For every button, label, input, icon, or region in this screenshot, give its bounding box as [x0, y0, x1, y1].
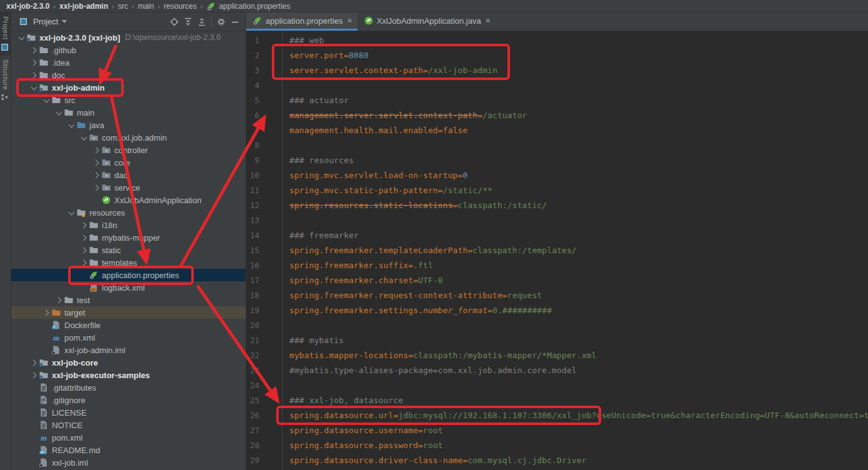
project-panel-title[interactable]: Project — [33, 17, 58, 26]
chevron-down-icon[interactable] — [62, 20, 67, 23]
code-line-5[interactable]: 5### actuator — [246, 92, 868, 108]
tree-item-pom.xml[interactable]: mpom.xml — [11, 331, 246, 344]
code-line-8[interactable]: 8 — [246, 138, 868, 152]
code-line-10[interactable]: 10spring.mvc.servlet.load-on-startup=0 — [246, 168, 868, 182]
code-line-6[interactable]: 6management.server.servlet.context-path=… — [246, 108, 868, 122]
tree-item-dao[interactable]: dao — [11, 169, 246, 181]
tree-item-xxl-job.iml[interactable]: xxl-job.iml — [11, 456, 246, 469]
tree-item-java[interactable]: java — [11, 119, 246, 131]
code-line-27[interactable]: 27spring.datasource.username=root — [246, 422, 868, 438]
chevron-right-icon[interactable] — [79, 258, 89, 268]
code-line-2[interactable]: 2server.port=8080 — [246, 48, 868, 62]
tree-item-service[interactable]: service — [11, 181, 246, 194]
code-line-15[interactable]: 15spring.freemarker.templateLoaderPath=c… — [246, 242, 868, 258]
tree-item-mybatis-mapper[interactable]: mybatis-mapper — [11, 231, 246, 244]
code-line-1[interactable]: 1### web — [246, 32, 868, 48]
code-line-24[interactable]: 24 — [246, 378, 868, 392]
tree-item-templates[interactable]: templates — [11, 256, 246, 269]
tree-item-xxl-job-admin.iml[interactable]: xxl-job-admin.iml — [11, 344, 246, 356]
chevron-right-icon[interactable] — [91, 158, 101, 168]
tree-item-core[interactable]: core — [11, 156, 246, 169]
chevron-down-icon[interactable] — [66, 208, 76, 218]
close-icon[interactable]: × — [486, 16, 491, 25]
chevron-right-icon[interactable] — [54, 295, 64, 305]
chevron-right-icon[interactable] — [79, 232, 89, 242]
tree-item-.gitignore[interactable]: .gitignore — [11, 394, 246, 406]
tree-item-.gitattributes[interactable]: .gitattributes — [11, 381, 246, 394]
tree-item-.github[interactable]: .github — [11, 44, 246, 56]
code-line-16[interactable]: 16spring.freemarker.suffix=.ftl — [246, 258, 868, 272]
code-line-29[interactable]: 29spring.datasource.driver-class-name=co… — [246, 452, 868, 468]
chevron-right-icon[interactable] — [29, 370, 39, 380]
tree-item-notice[interactable]: NOTICE — [11, 419, 246, 431]
tree-item-pom.xml[interactable]: mpom.xml — [11, 431, 246, 444]
breadcrumb-item-main[interactable]: main — [137, 2, 154, 11]
code-line-9[interactable]: 9### resources — [246, 152, 868, 168]
tool-window-button-project[interactable]: Project — [0, 12, 11, 56]
tree-item-i18n[interactable]: i18n — [11, 219, 246, 231]
code-line-23[interactable]: 23#mybatis.type-aliases-package=com.xxl.… — [246, 362, 868, 378]
chevron-right-icon[interactable] — [79, 245, 89, 255]
hide-button[interactable] — [228, 15, 242, 29]
chevron-down-icon[interactable] — [79, 132, 89, 142]
code-line-22[interactable]: 22mybatis.mapper-locations=classpath:/my… — [246, 348, 868, 362]
editor-tab-xxljobadminapplication.java[interactable]: XxlJobAdminApplication.java× — [357, 12, 496, 31]
code-line-25[interactable]: 25### xxl-job, datasource — [246, 392, 868, 408]
breadcrumb-item-application.properties[interactable]: application.properties — [206, 1, 290, 11]
code-line-21[interactable]: 21### mybatis — [246, 332, 868, 348]
chevron-right-icon[interactable] — [79, 220, 89, 230]
code-line-14[interactable]: 14### freemarker — [246, 228, 868, 242]
chevron-right-icon[interactable] — [29, 58, 39, 68]
code-line-26[interactable]: 26spring.datasource.url=jdbc:mysql://192… — [246, 408, 868, 422]
tree-item-xxl-job-2.3.0-xxl-job-[interactable]: xxl-job-2.3.0 [xxl-job]D:\opensource\xxl… — [11, 31, 246, 44]
chevron-down-icon[interactable] — [66, 120, 76, 130]
chevron-right-icon[interactable] — [29, 358, 39, 368]
tree-item-readme.md[interactable]: MDREADME.md — [11, 444, 246, 456]
tree-item-main[interactable]: main — [11, 106, 246, 119]
chevron-right-icon[interactable] — [91, 170, 101, 180]
breadcrumb-item-xxl-job-admin[interactable]: xxl-job-admin — [59, 2, 108, 11]
tree-item-xxl-job-core[interactable]: xxl-job-core — [11, 356, 246, 369]
chevron-right-icon[interactable] — [91, 145, 101, 155]
code-line-19[interactable]: 19spring.freemarker.settings.number_form… — [246, 302, 868, 318]
collapse-all-button[interactable] — [195, 15, 209, 29]
tree-item-.idea[interactable]: .idea — [11, 56, 246, 69]
tree-item-target[interactable]: target — [11, 306, 246, 319]
chevron-right-icon[interactable] — [91, 182, 101, 192]
code-line-28[interactable]: 28spring.datasource.password=root — [246, 438, 868, 452]
tree-item-logback.xml[interactable]: <>logback.xml — [11, 281, 246, 294]
tree-item-com.xxl.job.admin[interactable]: com.xxl.job.admin — [11, 131, 246, 144]
close-icon[interactable]: × — [347, 16, 352, 25]
breadcrumb-item-src[interactable]: src — [118, 2, 128, 11]
tree-item-src[interactable]: src — [11, 94, 246, 106]
tree-item-resources[interactable]: resources — [11, 206, 246, 219]
expand-all-button[interactable] — [181, 15, 195, 29]
chevron-right-icon[interactable] — [41, 308, 51, 318]
tree-item-xxl-job-admin[interactable]: xxl-job-admin — [11, 81, 246, 94]
code-line-3[interactable]: 3server.servlet.context-path=/xxl-job-ad… — [246, 62, 868, 78]
editor-tab-application.properties[interactable]: application.properties× — [246, 12, 357, 31]
code-line-7[interactable]: 7management.health.mail.enabled=false — [246, 122, 868, 138]
tree-item-application.properties[interactable]: application.properties — [11, 269, 246, 281]
tree-item-doc[interactable]: doc — [11, 69, 246, 81]
code-line-12[interactable]: 12spring.resources.static-locations=clas… — [246, 198, 868, 212]
chevron-down-icon[interactable] — [16, 32, 26, 42]
breadcrumb-item-resources[interactable]: resources — [164, 2, 197, 11]
code-line-11[interactable]: 11spring.mvc.static-path-pattern=/static… — [246, 182, 868, 198]
tool-window-button-structure[interactable]: Structure — [0, 56, 11, 106]
code-line-13[interactable]: 13 — [246, 212, 868, 228]
tree-item-license[interactable]: LICENSE — [11, 406, 246, 419]
tree-item-xxljobadminapplication[interactable]: XxlJobAdminApplication — [11, 194, 246, 206]
tree-item-xxl-job-executor-samples[interactable]: xxl-job-executor-samples — [11, 369, 246, 381]
tree-item-test[interactable]: test — [11, 294, 246, 306]
chevron-down-icon[interactable] — [54, 108, 64, 118]
code-line-4[interactable]: 4 — [246, 78, 868, 92]
tree-item-dockerfile[interactable]: DDockerfile — [11, 319, 246, 331]
chevron-right-icon[interactable] — [29, 70, 39, 80]
code-line-20[interactable]: 20 — [246, 318, 868, 332]
chevron-down-icon[interactable] — [41, 95, 51, 105]
locate-button[interactable] — [167, 15, 181, 29]
tree-item-controller[interactable]: controller — [11, 144, 246, 156]
code-area[interactable]: 1### web2server.port=80803server.servlet… — [246, 31, 868, 470]
chevron-right-icon[interactable] — [29, 45, 39, 55]
